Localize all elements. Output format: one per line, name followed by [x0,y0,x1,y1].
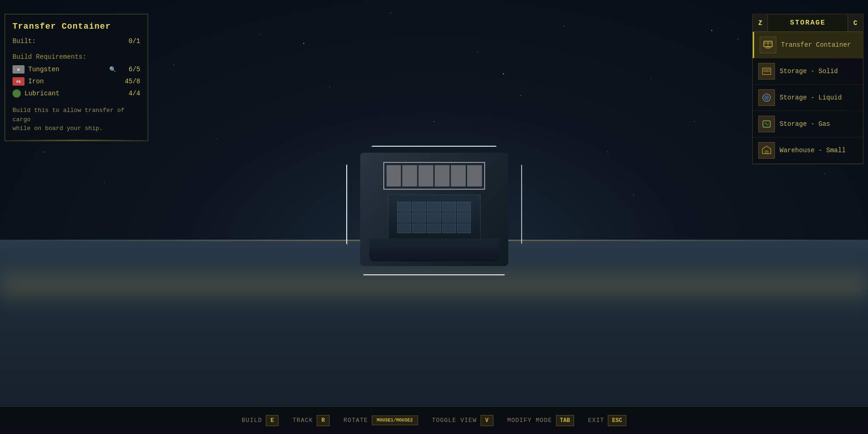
build-key[interactable]: E [266,415,279,426]
rack-bar [402,165,417,186]
warehouse-small-icon [758,142,775,159]
right-panel[interactable]: Z STORAGE C Transfer Container Storage -… [752,14,863,164]
rotate-key: MOUSE1/MOUSE2 [372,415,418,425]
rack-bar [435,165,450,186]
vehicle-grid [397,202,470,234]
lubricant-icon [12,89,21,98]
toolbar-exit[interactable]: EXIT ESC [588,415,626,426]
storage-header: Z STORAGE C [753,14,863,32]
toggle-view-label: TOGGLE VIEW [432,417,477,424]
build-label: BUILD [242,417,262,424]
storage-solid-svg [761,66,772,77]
search-icon: 🔍 [109,66,116,73]
grid-cell [427,202,441,212]
storage-liquid-label: Storage - Liquid [780,94,842,101]
storage-title: STORAGE [768,14,847,31]
warehouse-small-label: Warehouse - Small [780,147,846,154]
grid-cell [397,223,411,234]
transfer-container-icon [760,37,776,53]
lubricant-name: Lubricant [25,90,118,97]
lubricant-count: 4/4 [122,90,140,97]
storage-item-storage-gas[interactable]: Storage - Gas [753,111,863,137]
panel-title: Transfer Container [12,22,140,31]
storage-item-storage-solid[interactable]: Storage - Solid [753,58,863,85]
requirement-row: Lubricant 4/4 [12,89,140,98]
storage-solid-label: Storage - Solid [780,68,838,75]
storage-liquid-svg [761,92,772,103]
grid-cell [427,212,441,223]
info-panel: Transfer Container Built: 0/1 Build Requ… [5,14,148,141]
requirement-row: FE Iron 45/8 [12,77,140,86]
requirement-row: W Tungsten 🔍 6/5 [12,65,140,74]
storage-item-transfer-container[interactable]: Transfer Container [753,32,863,58]
toggle-view-key[interactable]: V [481,415,493,426]
tungsten-count: 6/5 [122,66,140,73]
storage-item-warehouse-small[interactable]: Warehouse - Small [753,137,863,164]
vehicle-middle [388,194,481,241]
rack-bar [467,165,482,186]
iron-name: Iron [28,78,118,85]
built-row: Built: 0/1 [12,37,140,45]
iron-count: 45/8 [122,78,140,85]
track-label: TRACK [293,417,313,424]
toolbar-rotate[interactable]: ROTATE MOUSE1/MOUSE2 [343,415,418,425]
rack-bar [418,165,433,186]
grid-cell [412,223,426,234]
built-value: 0/1 [129,37,140,45]
tungsten-icon: W [12,65,25,74]
warehouse-small-svg [761,145,772,156]
toolbar-toggle-view[interactable]: TOGGLE VIEW V [432,415,493,426]
rack-bar [451,165,466,186]
modify-mode-label: MODIFY MODE [507,417,552,424]
requirements-label: Build Requirements: [12,53,140,61]
transfer-container-svg [762,39,774,50]
grid-cell [457,202,471,212]
vehicle-preview [346,146,522,275]
rotate-label: ROTATE [343,417,368,424]
grid-cell [412,202,426,212]
grid-cell [457,212,471,223]
storage-gas-label: Storage - Gas [780,120,830,128]
grid-cell [397,212,411,223]
storage-item-storage-liquid[interactable]: Storage - Liquid [753,85,863,111]
svg-rect-3 [766,47,770,48]
tungsten-name: Tungsten [28,66,106,73]
storage-solid-icon [758,63,775,80]
exit-key[interactable]: ESC [608,415,626,426]
grid-cell [442,202,456,212]
storage-gas-svg [761,118,772,130]
toolbar: BUILD E TRACK R ROTATE MOUSE1/MOUSE2 TOG… [0,406,868,434]
vehicle-body [360,153,508,266]
exit-label: EXIT [588,417,604,424]
storage-key-z[interactable]: Z [753,15,768,31]
vehicle-top-rack [383,162,485,190]
storage-liquid-icon [758,89,775,106]
storage-key-c[interactable]: C [848,15,863,31]
transfer-container-label: Transfer Container [781,41,851,49]
iron-icon: FE [12,77,25,86]
storage-gas-icon [758,116,775,132]
grid-cell [457,223,471,234]
grid-cell [412,212,426,223]
toolbar-track[interactable]: TRACK R [293,415,330,426]
vehicle-base [369,238,499,261]
built-label: Built: [12,37,36,45]
track-key[interactable]: R [317,415,330,426]
grid-cell [442,212,456,223]
description: Build this to allow transfer of cargowhi… [12,106,140,133]
toolbar-build[interactable]: BUILD E [242,415,279,426]
grid-cell [397,202,411,212]
svg-rect-6 [767,69,769,72]
modify-mode-key[interactable]: TAB [556,415,575,426]
toolbar-modify-mode[interactable]: MODIFY MODE TAB [507,415,574,426]
svg-point-9 [766,97,768,99]
rack-bar [387,165,401,186]
grid-cell [427,223,441,234]
grid-cell [442,223,456,234]
svg-rect-5 [764,69,766,72]
